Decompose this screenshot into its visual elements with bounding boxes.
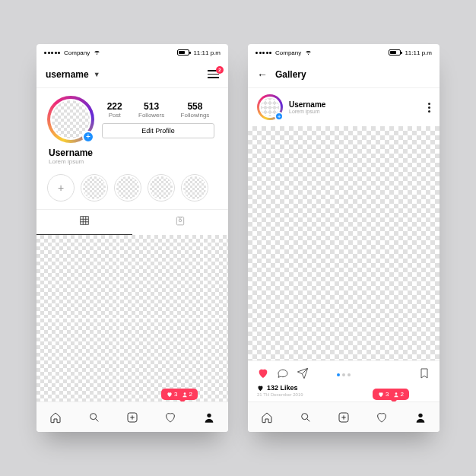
user-icon [182,392,188,398]
post-subtext: Lorem ipsum [289,109,325,114]
post-more-button[interactable] [428,103,430,113]
search-icon [300,411,312,424]
gallery-header: ← Gallery [248,61,440,88]
svg-point-14 [395,392,397,395]
heart-icon [378,392,384,398]
back-button[interactable]: ← [257,68,271,81]
activity-toast[interactable]: 3 2 [161,389,198,400]
post-avatar[interactable]: + [257,94,283,120]
notification-badge: 2 [216,66,224,74]
stat-followings[interactable]: 558 Followings [181,101,210,119]
menu-button[interactable]: 2 [208,70,219,78]
comment-icon [277,367,289,379]
highlight-add[interactable]: + [47,174,75,202]
post-username[interactable]: Username [289,100,325,109]
battery-icon [389,49,401,56]
heart-outline-icon [164,411,176,424]
nav-search[interactable] [299,411,313,424]
highlights-row: + [36,171,228,209]
wifi-icon [305,49,312,57]
plus-icon: + [58,182,64,194]
bottom-nav [248,401,440,432]
highlight-item[interactable] [81,174,108,202]
profile-icon [414,411,427,424]
svg-point-20 [418,413,422,417]
post-likes[interactable]: 132 Likes [248,384,440,392]
search-icon [88,411,100,424]
chevron-down-icon: ▼ [94,71,100,78]
wifi-icon [94,49,100,57]
carousel-indicator [337,373,351,376]
save-button[interactable] [418,367,430,382]
user-icon [393,392,399,398]
carrier-label: Company [64,49,90,56]
stat-followers[interactable]: 513 Followers [138,101,164,119]
status-time: 11:11 p.m [193,49,221,56]
username-dropdown[interactable]: username ▼ [46,69,100,80]
battery-icon [177,49,189,56]
nav-add[interactable] [125,411,139,424]
profile-tabs [36,209,228,235]
svg-line-9 [95,418,98,421]
nav-activity[interactable] [375,411,389,424]
highlight-item[interactable] [181,174,208,202]
display-name: Username [49,148,216,158]
highlight-item[interactable] [148,174,175,202]
add-story-badge[interactable]: + [82,131,94,143]
nav-search[interactable] [87,411,101,424]
profile-screen: Company 11:11 p.m username ▼ 2 + 222 [36,44,228,432]
post-image[interactable] [248,126,440,360]
grid-icon [79,215,90,226]
grid-cell[interactable] [204,235,228,318]
grid-cell[interactable] [36,319,119,401]
profile-icon [203,411,215,424]
svg-point-8 [90,413,96,419]
carrier-label: Company [275,49,301,56]
header-username: username [46,69,89,80]
bookmark-icon [418,367,430,379]
edit-profile-button[interactable]: Edit Profile [102,123,214,138]
nav-home[interactable] [260,411,274,424]
comment-button[interactable] [277,367,289,382]
status-bar: Company 11:11 p.m [36,44,228,61]
signal-dots-icon [44,52,60,54]
highlight-item[interactable] [114,174,141,202]
tab-tagged[interactable] [132,210,228,235]
post-date: 21 TH December 2019 [248,392,440,401]
share-button[interactable] [297,367,309,382]
tab-grid[interactable] [36,210,132,235]
home-icon [49,411,62,424]
status-time: 11:11 p.m [405,49,432,56]
avatar[interactable]: + [47,96,94,143]
status-bar: Company 11:11 p.m [248,44,440,61]
signal-dots-icon [255,52,271,54]
home-icon [261,411,273,424]
post-grid [36,235,228,401]
add-story-badge[interactable]: + [274,112,284,121]
grid-cell[interactable] [120,235,203,318]
gallery-title: Gallery [275,69,306,80]
profile-header: username ▼ 2 [36,61,228,88]
svg-point-7 [183,392,186,395]
nav-profile[interactable] [414,411,427,424]
like-button[interactable] [257,367,269,382]
profile-stats-section: + 222 Post 513 Followers 558 Followings … [36,88,228,148]
nav-activity[interactable] [163,411,177,424]
nav-home[interactable] [49,411,62,424]
heart-outline-icon [376,411,388,424]
svg-line-16 [306,418,309,421]
bottom-nav [36,401,228,432]
svg-rect-0 [81,217,89,225]
activity-toast[interactable]: 3 2 [373,389,409,400]
heart-small-icon [257,385,264,392]
heart-filled-icon [257,367,269,379]
stat-posts[interactable]: 222 Post [107,101,122,119]
svg-rect-5 [176,217,183,225]
nav-profile[interactable] [202,411,216,424]
tagged-icon [175,215,186,226]
grid-cell[interactable] [204,319,228,401]
nav-add[interactable] [337,411,351,424]
post-actions [248,360,440,384]
grid-cell[interactable] [36,235,119,318]
svg-point-6 [179,219,182,222]
